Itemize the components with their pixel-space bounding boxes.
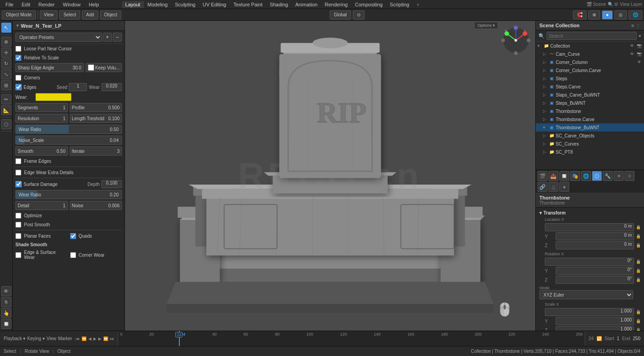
rotation-mode-select[interactable]: XYZ Euler — [539, 290, 633, 299]
outliner-item-corner-column-carve[interactable]: ▷ ▣ Corner_Column.Carve — [536, 66, 644, 74]
play-pause-icon[interactable]: ▶ — [93, 336, 96, 341]
keep-volume-checkbox[interactable] — [88, 64, 94, 71]
keying-btn[interactable]: Keying ▾ — [27, 336, 44, 341]
scale-z-value[interactable]: 1.000 — [556, 326, 634, 331]
wear-color-picker[interactable] — [35, 93, 72, 101]
add-preset-btn[interactable]: + — [103, 33, 112, 42]
scale-tool[interactable]: ⤡ — [1, 69, 11, 79]
frame-edges-checkbox[interactable] — [15, 158, 21, 164]
navigation-gizmo[interactable]: X Y Z — [500, 24, 532, 56]
play-icon[interactable]: ⏮ — [76, 336, 80, 341]
profile-slider[interactable]: Profile 0.500 — [70, 103, 122, 112]
location-z-lock[interactable]: 🔒 — [636, 243, 640, 248]
output-props-tab[interactable]: 📤 — [548, 171, 558, 181]
rotation-x-lock[interactable]: 🔒 — [636, 259, 640, 264]
tab-rendering[interactable]: Rendering — [321, 1, 351, 8]
tab-modeling[interactable]: Modeling — [144, 1, 172, 8]
location-x-value[interactable]: 0 m — [545, 223, 634, 231]
outliner-filter-btn[interactable]: ≡ — [631, 23, 634, 28]
select-btn[interactable]: Select — [59, 10, 80, 20]
prev-frame-icon[interactable]: ⏪ — [82, 336, 87, 341]
view-btn[interactable]: View — [40, 10, 58, 20]
outliner-item-thornbstone-carve[interactable]: ▷ ▣ Thornbstone.Carve — [536, 115, 644, 123]
outliner-item-steps[interactable]: ▷ ▣ Steps — [536, 74, 644, 83]
view-timeline-btn[interactable]: View — [47, 336, 57, 341]
cam-vis-eye[interactable]: 👁 — [629, 51, 635, 57]
data-props-tab[interactable]: △ — [548, 182, 558, 192]
menu-help[interactable]: Help — [85, 1, 103, 8]
rendered-view-btn[interactable]: 🌐 — [629, 10, 642, 20]
constraints-props-tab[interactable]: 🔗 — [538, 182, 548, 192]
next-frame-icon[interactable]: ⏩ — [103, 336, 108, 341]
start-value[interactable]: 1 — [617, 336, 620, 341]
quads-checkbox[interactable] — [70, 233, 76, 239]
edge-wear-checkbox[interactable] — [15, 170, 21, 176]
remove-preset-btn[interactable]: − — [113, 33, 122, 42]
cam-vis-render[interactable]: 📷 — [636, 51, 642, 57]
step-fwd-icon[interactable]: ▶ — [98, 336, 101, 341]
surface-damage-checkbox[interactable] — [15, 181, 22, 187]
location-x-lock[interactable]: 🔒 — [636, 225, 640, 229]
solid-view-btn[interactable]: ● — [602, 10, 613, 20]
edges-checkbox[interactable] — [15, 84, 22, 90]
segments-slider[interactable]: Segments 1 — [15, 103, 68, 112]
view-layer-props-tab[interactable]: 🔲 — [559, 171, 569, 181]
outliner-item-slaps-carve[interactable]: ▷ ▣ Slaps_Carve_BuWNT — [536, 91, 644, 99]
rotation-y-lock[interactable]: 🔒 — [636, 268, 640, 273]
menu-edit[interactable]: Edit — [18, 1, 34, 8]
outliner-search-input[interactable] — [547, 32, 637, 40]
scene-props-tab[interactable]: 🎭 — [570, 171, 580, 181]
menu-window[interactable]: Window — [59, 1, 84, 8]
outliner-item-sc-carve[interactable]: ▷ 📁 SC_Carve_Objects — [536, 132, 644, 140]
add-mesh-tool[interactable]: ⬡ — [1, 119, 11, 129]
location-y-lock[interactable]: 🔒 — [636, 234, 640, 239]
annotate-tool[interactable]: ✏ — [1, 94, 11, 104]
tab-compositing[interactable]: Compositing — [351, 1, 386, 8]
rotation-z-lock[interactable]: 🔒 — [636, 278, 640, 282]
noise-scale-slider[interactable]: Noise_Scale 0.04 — [15, 136, 122, 145]
rotation-y-value[interactable]: 0° — [556, 267, 634, 275]
menu-file[interactable]: File — [2, 1, 17, 8]
tab-texture-paint[interactable]: Texture Paint — [230, 1, 266, 8]
corner-wear-checkbox[interactable] — [70, 252, 76, 258]
add-btn[interactable]: Add — [82, 10, 98, 20]
tab-sculpting[interactable]: Sculpting — [171, 1, 199, 8]
outliner-item-collection[interactable]: ▾ 📁 Collection 👁 📷 — [536, 42, 644, 50]
length-threshold-slider[interactable]: Length Treshold 0.100 — [70, 114, 122, 123]
viewport-options-btn[interactable]: Options ▾ — [474, 22, 498, 29]
material-view-btn[interactable]: ◎ — [615, 10, 627, 20]
operator-presets-select[interactable]: Operator Presets — [15, 33, 102, 42]
add-workspace-btn[interactable]: + — [413, 1, 423, 8]
corner-col-eye[interactable]: 👁 — [636, 59, 642, 65]
material-props-tab[interactable]: ● — [559, 182, 569, 192]
outliner-item-steps-carve[interactable]: ▷ ▣ Steps.Carve — [536, 83, 644, 91]
optimize-checkbox[interactable] — [15, 213, 21, 219]
marker-btn[interactable]: Marker — [58, 336, 72, 341]
iterate-slider[interactable]: Iterate 3 — [70, 146, 122, 156]
object-props-tab[interactable]: ⬡ — [592, 171, 602, 181]
sharp-edge-slider[interactable]: Sharp Edge Angle 30.0 — [15, 63, 84, 72]
outliner-item-steps-buwnt[interactable]: ▷ ▣ Steps_BuWNT — [536, 99, 644, 107]
scale-y-lock[interactable]: 🔒 — [636, 319, 640, 323]
physics-props-tab[interactable]: ⚛ — [625, 171, 634, 181]
vis-render[interactable]: 📷 — [636, 43, 642, 49]
view-tool-3[interactable]: 👆 — [1, 308, 11, 318]
overlay-btn[interactable]: ⊕ — [588, 10, 600, 20]
particles-props-tab[interactable]: ✦ — [614, 171, 624, 181]
outliner-item-sc-pts[interactable]: ▷ 📁 SC_PT8 — [536, 148, 644, 156]
viewport-3d[interactable]: RIP RRCG.cn X — [125, 21, 535, 331]
post-smooth-checkbox[interactable] — [15, 222, 21, 228]
tab-shading[interactable]: Shading — [266, 1, 292, 8]
tab-animation[interactable]: Animation — [292, 1, 321, 8]
keep-volume-btn[interactable]: Keep Volu... — [86, 63, 122, 72]
noise-slider[interactable]: Noise 0.006 — [70, 201, 122, 210]
outliner-options-btn[interactable]: ⋮ — [636, 23, 640, 28]
seed-value[interactable]: 1 — [69, 83, 87, 91]
move-tool[interactable]: ✛ — [1, 48, 11, 58]
render-props-tab[interactable]: 🎬 — [538, 171, 548, 181]
wear-ratio-slider[interactable]: Wear Ratio 0.50 — [15, 125, 122, 134]
rotation-x-value[interactable]: 0° — [545, 258, 634, 266]
location-y-value[interactable]: 0 m — [556, 232, 634, 240]
global-select[interactable]: Global — [330, 10, 351, 20]
scale-x-value[interactable]: 1.000 — [545, 308, 634, 316]
